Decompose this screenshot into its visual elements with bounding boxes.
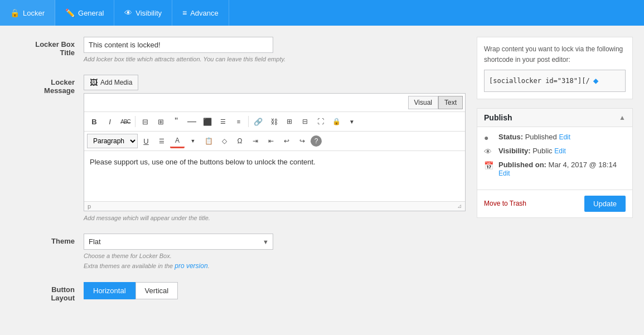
underline-button[interactable]: U <box>139 134 153 148</box>
nav-advance-label: Advance <box>190 9 219 17</box>
calendar-icon: 📅 <box>484 161 494 170</box>
align-right-button[interactable]: ≡ <box>231 114 246 129</box>
toolbar-row-2: Paragraph U ☰ A ▼ 📋 ◇ Ω ⇥ ⇤ ↩ ↪ ? <box>84 132 465 151</box>
editor-tab-bar: Visual Text <box>84 94 465 112</box>
undo-button[interactable]: ↩ <box>279 134 294 148</box>
unordered-list-button[interactable]: ⊟ <box>138 114 152 129</box>
help-button[interactable]: ? <box>311 135 322 147</box>
table-row-button[interactable]: ⊟ <box>298 114 312 129</box>
editor-tag-indicator: p <box>88 203 91 210</box>
button-layout-content: Horizontal Vertical <box>84 282 466 302</box>
link-button[interactable]: 🔗 <box>251 114 265 129</box>
text-tab[interactable]: Text <box>438 96 463 109</box>
move-to-trash-link[interactable]: Move to Trash <box>484 200 526 207</box>
add-media-button[interactable]: 🖼 Add Media <box>84 75 138 90</box>
font-color-button[interactable]: A <box>170 134 185 148</box>
add-media-label: Add Media <box>100 79 132 86</box>
shortcode-diamond-icon[interactable]: ◆ <box>593 74 599 88</box>
top-nav: 🔒 Locker ✏️ General 👁 Visibility ≡ Advan… <box>0 0 644 26</box>
nav-locker-label: Locker <box>23 9 45 17</box>
visibility-icon: 👁 <box>484 147 494 156</box>
add-media-icon: 🖼 <box>90 78 98 87</box>
status-row: ● Status: Published Edit <box>484 133 626 142</box>
visibility-edit-link[interactable]: Edit <box>554 147 566 155</box>
clear-format-button[interactable]: ◇ <box>217 134 231 148</box>
paste-plain-button[interactable]: 📋 <box>201 134 216 148</box>
button-layout-label: Button Layout <box>11 282 84 302</box>
status-edit-link[interactable]: Edit <box>559 133 570 141</box>
editor-wrapper: Visual Text B I ABC ⊟ ⊞ " — ⬛ ☰ <box>84 93 466 211</box>
special-char-button[interactable]: Ω <box>233 134 247 148</box>
align-left-button[interactable]: ⬛ <box>200 114 215 129</box>
horizontal-button[interactable]: Horizontal <box>84 282 135 299</box>
hr-button[interactable]: — <box>185 114 199 129</box>
editor-hint: Add message which will appear under the … <box>84 215 466 221</box>
redo-button[interactable]: ↪ <box>295 134 309 148</box>
theme-content: Flat ▼ Choose a theme for Locker Box. Ex… <box>84 234 466 270</box>
nav-locker[interactable]: 🔒 Locker <box>0 0 55 26</box>
theme-hint-2: Extra themes are available in the pro ve… <box>84 262 466 270</box>
visibility-label: Visibility: <box>498 147 531 155</box>
nav-advance[interactable]: ≡ Advance <box>172 0 229 26</box>
pencil-icon: ✏️ <box>65 8 75 17</box>
update-button[interactable]: Update <box>584 196 626 212</box>
lock-icon: 🔒 <box>10 8 20 17</box>
status-icon: ● <box>484 133 494 142</box>
theme-row: Theme Flat ▼ Choose a theme for Locker B… <box>11 234 466 270</box>
nav-visibility-label: Visibility <box>135 9 162 17</box>
insert-table-button[interactable]: ⊞ <box>282 114 297 129</box>
toolbar-sep-1 <box>135 116 135 127</box>
published-on-label: Published on: <box>498 161 546 169</box>
nav-general[interactable]: ✏️ General <box>55 0 114 26</box>
visibility-value: Public <box>532 147 552 155</box>
vertical-button[interactable]: Vertical <box>135 282 178 299</box>
toolbar-sep-2 <box>248 116 249 127</box>
published-on-value: Mar 4, 2017 @ 18:14 <box>549 161 617 169</box>
button-layout-row: Button Layout Horizontal Vertical <box>11 282 466 302</box>
justify-button[interactable]: ☰ <box>154 134 169 148</box>
unlink-button[interactable]: ⛓ <box>267 114 281 129</box>
shortcode-intro: Wrap content you want to lock via the fo… <box>484 44 626 65</box>
nav-general-label: General <box>78 9 104 17</box>
locker-box-title-label: Locker Box Title <box>11 37 84 62</box>
resize-handle[interactable]: ⊿ <box>457 203 462 210</box>
status-value: Published <box>525 133 557 141</box>
blockquote-button[interactable]: " <box>169 114 183 129</box>
theme-label: Theme <box>11 234 84 270</box>
visibility-row: 👁 Visibility: Public Edit <box>484 147 626 156</box>
publish-collapse-arrow[interactable]: ▲ <box>619 114 626 122</box>
theme-hint-1: Choose a theme for Locker Box. <box>84 253 466 259</box>
locker-box-title-content: Add locker box title which attracts atte… <box>84 37 466 62</box>
shortcode-value[interactable]: [sociallocker id="318"][/ <box>489 76 590 86</box>
italic-button[interactable]: I <box>103 114 117 129</box>
align-center-button[interactable]: ☰ <box>216 114 230 129</box>
published-on-edit-link[interactable]: Edit <box>498 169 510 177</box>
locker-box-title-row: Locker Box Title Add locker box title wh… <box>11 37 466 62</box>
locker-message-content: 🖼 Add Media Visual Text B I ABC <box>84 75 466 221</box>
shortcode-box: Wrap content you want to lock via the fo… <box>477 37 633 99</box>
publish-box: Publish ▲ ● Status: Published Edit 👁 <box>477 108 633 218</box>
theme-select-wrapper: Flat ▼ <box>84 234 273 250</box>
paragraph-select[interactable]: Paragraph <box>87 134 138 148</box>
bold-button[interactable]: B <box>87 114 101 129</box>
editor-body[interactable]: Please support us, use one of the button… <box>84 151 465 201</box>
locker-message-label: Locker Message <box>11 75 84 221</box>
pro-version-link[interactable]: pro version <box>175 262 207 270</box>
ordered-list-button[interactable]: ⊞ <box>153 114 168 129</box>
theme-select[interactable]: Flat <box>84 234 273 250</box>
nav-visibility[interactable]: 👁 Visibility <box>114 0 172 26</box>
publish-body: ● Status: Published Edit 👁 Visibility: P… <box>477 127 632 187</box>
font-color-arrow[interactable]: ▼ <box>186 134 200 148</box>
fullscreen-button[interactable]: ⛶ <box>313 114 328 129</box>
toolbar-row-1: B I ABC ⊟ ⊞ " — ⬛ ☰ ≡ 🔗 ⛓ ⊞ <box>84 112 465 132</box>
strikethrough-button[interactable]: ABC <box>118 114 133 129</box>
more-button[interactable]: ▼ <box>345 114 359 129</box>
left-panel: Locker Box Title Add locker box title wh… <box>11 37 466 324</box>
indent-button[interactable]: ⇥ <box>248 134 263 148</box>
published-on-text: Published on: Mar 4, 2017 @ 18:14 Edit <box>498 161 626 177</box>
visual-tab[interactable]: Visual <box>408 96 438 109</box>
locker-message-row: Locker Message 🖼 Add Media Visual Text <box>11 75 466 221</box>
outdent-button[interactable]: ⇤ <box>264 134 278 148</box>
locker-box-title-input[interactable] <box>84 37 273 53</box>
lock-icon-button[interactable]: 🔒 <box>329 114 343 129</box>
